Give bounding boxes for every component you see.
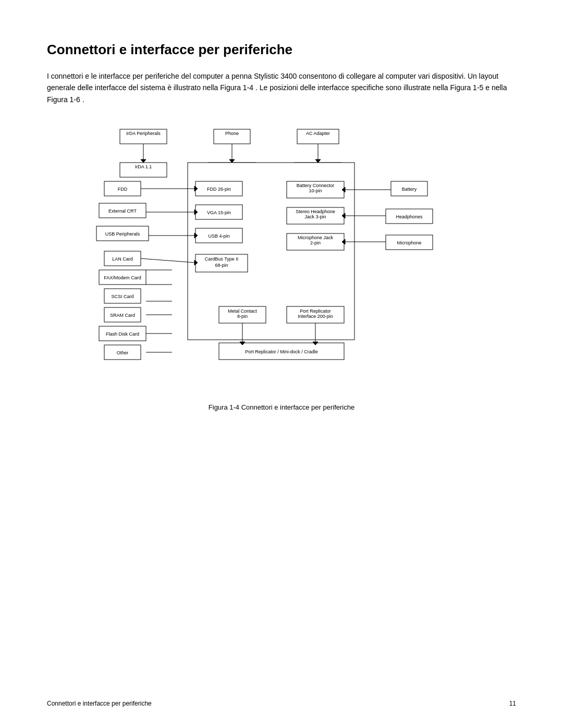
svg-text:FAX/Modem Card: FAX/Modem Card xyxy=(104,275,141,280)
svg-text:SCSI Card: SCSI Card xyxy=(111,294,133,299)
svg-line-63 xyxy=(141,258,195,263)
svg-text:Microphone Jack: Microphone Jack xyxy=(298,235,334,240)
svg-text:USB 4-pin: USB 4-pin xyxy=(208,233,229,239)
svg-text:Stereo Headphone: Stereo Headphone xyxy=(296,209,335,214)
svg-text:FDD: FDD xyxy=(118,187,128,192)
svg-text:AC Adapter: AC Adapter xyxy=(306,131,330,136)
svg-text:SRAM Card: SRAM Card xyxy=(110,313,135,318)
figure-caption: Figura 1-4 Connettori e interfacce per p… xyxy=(47,403,516,411)
svg-text:Metal Contact: Metal Contact xyxy=(228,309,257,314)
svg-text:8-pin: 8-pin xyxy=(237,314,248,319)
svg-text:IrDA Peripherals: IrDA Peripherals xyxy=(126,131,161,136)
intro-paragraph: I connettori e le interfacce per perifer… xyxy=(47,70,516,105)
svg-text:Flash Disk Card: Flash Disk Card xyxy=(106,331,139,337)
svg-text:Battery: Battery xyxy=(402,187,417,192)
footer: Connettori e interfacce per periferiche … xyxy=(0,700,563,707)
svg-marker-9 xyxy=(229,159,235,163)
svg-text:Battery Connector: Battery Connector xyxy=(297,183,335,188)
svg-text:VGA 15-pin: VGA 15-pin xyxy=(207,210,231,215)
svg-text:Interface 200-pin: Interface 200-pin xyxy=(298,314,333,319)
footer-left: Connettori e interfacce per periferiche xyxy=(47,700,152,707)
svg-text:Phone: Phone xyxy=(225,131,239,136)
svg-text:Jack 3-pin: Jack 3-pin xyxy=(304,214,326,219)
svg-marker-7 xyxy=(141,159,146,163)
footer-right: 11 xyxy=(509,700,516,707)
svg-text:Headphones: Headphones xyxy=(396,214,423,219)
svg-marker-11 xyxy=(315,159,321,163)
svg-text:2-pin: 2-pin xyxy=(310,240,321,245)
svg-text:Other: Other xyxy=(117,350,129,355)
svg-text:External CRT: External CRT xyxy=(108,208,137,214)
svg-text:10-pin: 10-pin xyxy=(309,188,322,193)
svg-text:USB Peripherals: USB Peripherals xyxy=(105,231,140,237)
svg-text:IrDA 1.1: IrDA 1.1 xyxy=(135,164,152,169)
diagram-container: IrDA Peripherals Phone AC Adapter xyxy=(47,124,516,395)
svg-text:Microphone: Microphone xyxy=(397,240,421,245)
svg-text:68-pin: 68-pin xyxy=(215,263,228,268)
svg-text:Port Replicator / Mini-dock / : Port Replicator / Mini-dock / Cradle xyxy=(245,349,318,354)
svg-text:LAN Card: LAN Card xyxy=(112,256,133,262)
page-content: Connettori e interfacce per periferiche … xyxy=(0,0,563,463)
svg-text:FDD 26-pin: FDD 26-pin xyxy=(207,187,231,192)
svg-text:Port Replicator: Port Replicator xyxy=(300,309,331,314)
diagram: IrDA Peripherals Phone AC Adapter xyxy=(94,124,469,395)
svg-text:CardBus Type II: CardBus Type II xyxy=(205,256,238,262)
page-title: Connettori e interfacce per periferiche xyxy=(47,42,516,58)
